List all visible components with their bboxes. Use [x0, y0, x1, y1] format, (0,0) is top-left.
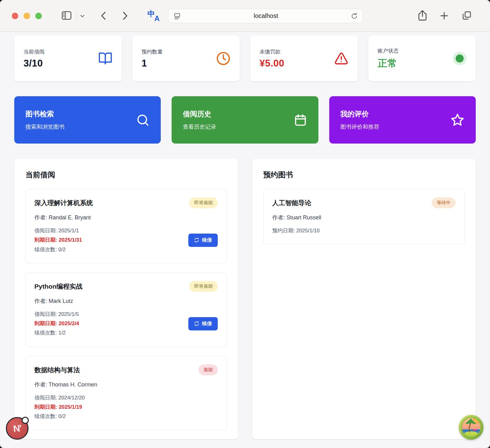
due-date: 到期日期: 2025/2/4 [34, 319, 79, 328]
renew-button-label: 续借 [202, 237, 212, 243]
zoom-window-button[interactable] [35, 13, 42, 19]
back-button[interactable] [98, 10, 110, 22]
refresh-icon [194, 321, 199, 326]
recorder-badge-glyph: N' [13, 423, 21, 434]
reserved-books-panel: 预约图书 人工智能导论 等待中 作者: Stuart Russell 预约日期:… [252, 159, 476, 439]
chevron-left-icon [98, 10, 110, 22]
page-content: 当前借阅 3/10 预约数量 1 未缴罚款 ¥5.00 [0, 32, 490, 439]
stat-label: 当前借阅 [24, 48, 45, 55]
tropical-island-icon [460, 416, 482, 438]
alert-triangle-icon [334, 51, 348, 66]
stat-card-account-status: 账户状态 正常 [368, 36, 476, 81]
borrowed-book-card: 深入理解计算机系统 即将逾期 作者: Randal E. Bryant 借阅日期… [25, 189, 227, 263]
stat-value: 正常 [378, 57, 399, 70]
floating-recorder-badge[interactable]: N' [6, 417, 28, 440]
sidebar-icon [60, 9, 73, 22]
share-button[interactable] [416, 9, 429, 22]
action-subtitle: 搜索和浏览图书 [25, 123, 64, 131]
book-author: 作者: Randal E. Bryant [34, 214, 218, 221]
action-title: 借阅历史 [183, 109, 216, 119]
action-title: 我的评价 [340, 109, 379, 119]
due-date: 到期日期: 2025/1/19 [34, 403, 85, 412]
browser-toolbar: 中A localhost [0, 0, 490, 32]
action-title: 图书检索 [25, 109, 64, 119]
chevron-down-icon [79, 13, 86, 19]
sidebar-toggle-button[interactable] [60, 9, 73, 22]
book-author: 作者: Thomas H. Cormen [34, 381, 218, 388]
book-title: 数据结构与算法 [34, 364, 80, 374]
translate-button[interactable]: 中A [147, 10, 160, 22]
search-icon [136, 113, 150, 127]
borrowed-book-card: Python编程实战 即将逾期 作者: Mark Lutz 借阅日期: 2025… [25, 273, 227, 347]
borrow-date: 借阅日期: 2025/1/1 [34, 226, 82, 235]
stat-value: ¥5.00 [260, 58, 284, 69]
status-badge: 即将逾期 [189, 281, 218, 292]
book-open-icon [98, 51, 112, 66]
sidebar-menu-chevron[interactable] [79, 13, 86, 19]
action-subtitle: 查看历史记录 [183, 123, 216, 131]
book-author: 作者: Mark Lutz [34, 297, 218, 305]
my-reviews-button[interactable]: 我的评价 图书评价和推荐 [329, 96, 476, 144]
island-floating-button[interactable] [459, 415, 483, 440]
renew-count: 续借次数: 0/2 [34, 412, 85, 421]
action-subtitle: 图书评价和推荐 [340, 123, 379, 131]
stat-value: 3/10 [24, 58, 45, 69]
forward-button[interactable] [119, 10, 131, 22]
borrow-date: 借阅日期: 2025/1/5 [34, 310, 79, 319]
translate-icon: 中A [147, 10, 160, 22]
renew-button-label: 续借 [202, 321, 212, 327]
panel-title: 预约图书 [263, 170, 465, 180]
status-badge: 即将逾期 [189, 197, 218, 208]
toolbar-divider [77, 10, 77, 22]
quick-actions-row: 图书检索 搜索和浏览图书 借阅历史 查看历史记录 我的评价 [14, 96, 476, 144]
status-badge: 逾期 [199, 364, 218, 375]
calendar-icon [294, 113, 307, 127]
stat-label: 账户状态 [378, 47, 399, 54]
book-author: 作者: Stuart Russell [272, 214, 456, 221]
share-icon [416, 9, 429, 22]
address-bar[interactable]: localhost [168, 9, 363, 23]
stat-card-unpaid-fines: 未缴罚款 ¥5.00 [250, 36, 358, 81]
tab-overview-button[interactable] [461, 10, 473, 21]
stat-value: 1 [142, 58, 163, 69]
star-icon [450, 113, 465, 127]
panel-title: 当前借阅 [25, 170, 227, 180]
borrow-history-button[interactable]: 借阅历史 查看历史记录 [172, 96, 318, 144]
reload-icon[interactable] [350, 12, 358, 20]
minimize-window-button[interactable] [24, 13, 30, 19]
book-title: 人工智能导论 [272, 197, 311, 207]
recorder-badge-dot [22, 417, 29, 424]
stat-label: 未缴罚款 [260, 48, 284, 55]
tabs-icon [461, 10, 473, 21]
renew-count: 续借次数: 0/2 [34, 245, 82, 254]
renew-button[interactable]: 续借 [188, 234, 218, 247]
panels-row: 当前借阅 深入理解计算机系统 即将逾期 作者: Randal E. Bryant… [14, 159, 476, 439]
due-date: 到期日期: 2025/1/31 [34, 235, 82, 245]
close-window-button[interactable] [12, 13, 18, 19]
book-search-button[interactable]: 图书检索 搜索和浏览图书 [14, 96, 161, 144]
stat-label: 预约数量 [142, 48, 163, 55]
clock-icon [216, 51, 230, 66]
book-title: 深入理解计算机系统 [34, 197, 93, 207]
reserve-date: 预约日期: 2025/1/10 [272, 226, 456, 235]
reserved-book-card: 人工智能导论 等待中 作者: Stuart Russell 预约日期: 2025… [263, 189, 465, 244]
status-dot-icon [453, 52, 466, 65]
url-text[interactable]: localhost [182, 12, 350, 19]
renew-button[interactable]: 续借 [188, 317, 218, 330]
borrow-date: 借阅日期: 2024/12/20 [34, 393, 85, 403]
stat-card-reservations: 预约数量 1 [132, 36, 240, 81]
plus-icon [439, 10, 450, 21]
borrowed-book-card: 数据结构与算法 逾期 作者: Thomas H. Cormen 借阅日期: 20… [25, 356, 227, 430]
chevron-right-icon [119, 10, 131, 22]
new-tab-button[interactable] [439, 10, 450, 21]
refresh-icon [194, 238, 199, 243]
reader-view-icon[interactable] [173, 12, 182, 20]
browser-window: 中A localhost [0, 0, 490, 448]
stat-card-current-borrows: 当前借阅 3/10 [14, 36, 122, 81]
status-badge: 等待中 [432, 197, 456, 208]
current-borrows-panel: 当前借阅 深入理解计算机系统 即将逾期 作者: Randal E. Bryant… [14, 159, 238, 439]
stats-row: 当前借阅 3/10 预约数量 1 未缴罚款 ¥5.00 [14, 36, 476, 81]
book-title: Python编程实战 [34, 281, 82, 291]
renew-count: 续借次数: 1/2 [34, 328, 79, 338]
